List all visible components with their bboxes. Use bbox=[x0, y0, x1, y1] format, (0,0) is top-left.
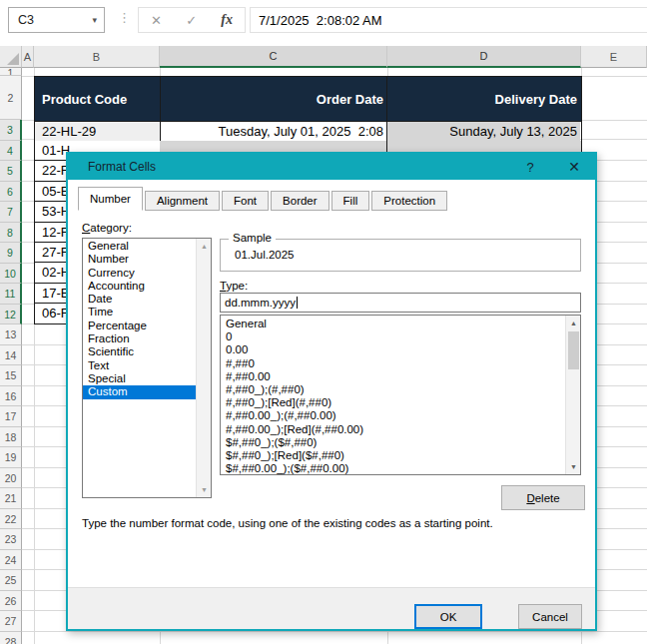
type-option[interactable]: 0.00 bbox=[221, 343, 565, 356]
cell-c3-active[interactable]: Tuesday, July 01, 2025 2:08 bbox=[161, 122, 387, 142]
type-option[interactable]: $#,##0_);($#,##0) bbox=[221, 436, 565, 449]
delete-button[interactable]: Delete bbox=[501, 485, 585, 510]
scroll-down-icon[interactable]: ▼ bbox=[566, 459, 581, 474]
cell-b3[interactable]: 22-HL-29 bbox=[35, 122, 161, 142]
row-header[interactable]: 24 bbox=[0, 550, 22, 571]
dialog-help-button[interactable]: ? bbox=[517, 154, 543, 180]
column-header-b[interactable]: B bbox=[34, 46, 160, 68]
dialog-title: Format Cells bbox=[68, 160, 156, 174]
cancel-entry-icon[interactable]: ✕ bbox=[151, 13, 162, 28]
scroll-up-icon[interactable]: ▲ bbox=[197, 239, 212, 254]
row-header[interactable]: 27 bbox=[0, 611, 22, 632]
category-option[interactable]: Scientific bbox=[83, 345, 196, 358]
type-option[interactable]: #,##0.00 bbox=[221, 370, 565, 383]
category-options: GeneralNumberCurrencyAccountingDateTimeP… bbox=[83, 240, 196, 399]
row-header[interactable]: 9 bbox=[0, 243, 22, 264]
row-header[interactable]: 15 bbox=[0, 365, 22, 386]
type-option[interactable]: #,##0.00_);[Red](#,##0.00) bbox=[221, 423, 565, 436]
column-header-e[interactable]: E bbox=[581, 46, 647, 68]
row-header[interactable]: 18 bbox=[0, 427, 22, 448]
table-header-order-date[interactable]: Order Date bbox=[161, 77, 387, 121]
category-option[interactable]: Text bbox=[83, 359, 196, 372]
row-header[interactable]: 19 bbox=[0, 447, 22, 468]
type-option[interactable]: #,##0 bbox=[221, 357, 565, 370]
row-header[interactable]: 6 bbox=[0, 182, 22, 203]
row-header[interactable]: 11 bbox=[0, 284, 22, 305]
scrollbar-thumb[interactable] bbox=[568, 331, 579, 369]
category-option[interactable]: Time bbox=[83, 306, 196, 319]
row-header[interactable]: 3 bbox=[0, 120, 22, 141]
row-header[interactable]: 26 bbox=[0, 591, 22, 612]
row-headers: 1234567891011121314151617181920212223242… bbox=[0, 68, 22, 644]
dialog-tab[interactable]: Font bbox=[222, 191, 269, 211]
type-option[interactable]: $#,##0.00_);($#,##0.00) bbox=[221, 462, 565, 475]
row-header[interactable]: 8 bbox=[0, 223, 22, 244]
type-option[interactable]: General bbox=[221, 318, 565, 330]
row-header[interactable]: 21 bbox=[0, 488, 22, 509]
type-scrollbar[interactable]: ▲ ▼ bbox=[565, 316, 580, 474]
category-listbox: GeneralNumberCurrencyAccountingDateTimeP… bbox=[82, 238, 212, 498]
row-header[interactable]: 13 bbox=[0, 324, 22, 345]
type-option[interactable]: $#,##0_);[Red]($#,##0) bbox=[221, 449, 565, 462]
row-header[interactable]: 16 bbox=[0, 386, 22, 407]
scroll-down-icon[interactable]: ▼ bbox=[197, 482, 212, 497]
dialog-tabs: NumberAlignmentFontBorderFillProtection bbox=[78, 187, 449, 211]
chevron-down-icon[interactable]: ▾ bbox=[92, 15, 104, 25]
cancel-button[interactable]: Cancel bbox=[518, 604, 582, 629]
formula-input[interactable]: 7/1/2025 2:08:02 AM bbox=[250, 7, 647, 33]
row-header[interactable]: 25 bbox=[0, 570, 22, 591]
category-option[interactable]: Percentage bbox=[83, 320, 196, 332]
row-header[interactable]: 28 bbox=[0, 632, 22, 644]
type-listbox: General00.00#,##0#,##0.00#,##0_);(#,##0)… bbox=[220, 315, 581, 475]
dialog-tab[interactable]: Protection bbox=[371, 191, 447, 211]
category-scrollbar[interactable]: ▲ ▼ bbox=[196, 239, 211, 497]
dialog-titlebar[interactable]: Format Cells bbox=[68, 154, 595, 180]
category-option[interactable]: Number bbox=[83, 253, 196, 266]
formula-bar: C3 ▾ ⋮ ✕ ✓ fx 7/1/2025 2:08:02 AM bbox=[0, 0, 647, 46]
row-header[interactable]: 7 bbox=[0, 202, 22, 223]
row-header[interactable]: 23 bbox=[0, 529, 22, 550]
row-header[interactable]: 5 bbox=[0, 161, 22, 182]
table-header-delivery-date[interactable]: Delivery Date bbox=[387, 77, 580, 121]
category-option[interactable]: Custom bbox=[83, 385, 196, 398]
type-options: General00.00#,##0#,##0.00#,##0_);(#,##0)… bbox=[221, 318, 565, 475]
table-header-product-code[interactable]: Product Code bbox=[35, 77, 161, 121]
dialog-close-icon[interactable]: ✕ bbox=[561, 154, 587, 180]
column-header-a[interactable]: A bbox=[22, 46, 34, 68]
insert-function-icon[interactable]: fx bbox=[221, 12, 233, 28]
cell-d3[interactable]: Sunday, July 13, 2025 bbox=[387, 122, 580, 142]
type-option[interactable]: #,##0_);(#,##0) bbox=[221, 383, 565, 396]
dialog-tab[interactable]: Fill bbox=[331, 191, 370, 211]
dialog-tab[interactable]: Number bbox=[78, 187, 143, 211]
category-option[interactable]: Accounting bbox=[83, 280, 196, 293]
ok-button[interactable]: OK bbox=[414, 604, 482, 629]
category-option[interactable]: Currency bbox=[83, 267, 196, 280]
column-header-c[interactable]: C bbox=[160, 46, 387, 68]
type-option[interactable]: #,##0.00_);(#,##0.00) bbox=[221, 409, 565, 422]
dialog-tab[interactable]: Border bbox=[271, 191, 329, 211]
confirm-entry-icon[interactable]: ✓ bbox=[186, 13, 197, 28]
type-option[interactable]: #,##0_);[Red](#,##0) bbox=[221, 396, 565, 409]
row-header[interactable]: 2 bbox=[0, 76, 22, 120]
row-header[interactable]: 10 bbox=[0, 264, 22, 285]
type-input-value: dd.mmm.yyyy bbox=[225, 297, 296, 309]
category-option[interactable]: Date bbox=[83, 293, 196, 306]
category-option[interactable]: Fraction bbox=[83, 332, 196, 345]
dialog-help-text: Type the number format code, using one o… bbox=[82, 517, 493, 529]
category-option[interactable]: Special bbox=[83, 372, 196, 385]
type-option[interactable]: 0 bbox=[221, 330, 565, 343]
row-header[interactable]: 17 bbox=[0, 406, 22, 427]
name-box[interactable]: C3 ▾ bbox=[8, 7, 105, 33]
row-header[interactable]: 20 bbox=[0, 468, 22, 489]
row-header[interactable]: 1 bbox=[0, 68, 22, 76]
row-header[interactable]: 14 bbox=[0, 345, 22, 366]
select-all-corner[interactable] bbox=[0, 46, 22, 68]
row-header[interactable]: 12 bbox=[0, 305, 22, 325]
category-option[interactable]: General bbox=[83, 240, 196, 253]
scroll-up-icon[interactable]: ▲ bbox=[566, 316, 581, 330]
row-header[interactable]: 4 bbox=[0, 141, 22, 162]
column-header-d[interactable]: D bbox=[387, 46, 581, 68]
dialog-tab[interactable]: Alignment bbox=[145, 191, 220, 211]
type-input[interactable]: dd.mmm.yyyy bbox=[220, 293, 581, 313]
row-header[interactable]: 22 bbox=[0, 509, 22, 530]
